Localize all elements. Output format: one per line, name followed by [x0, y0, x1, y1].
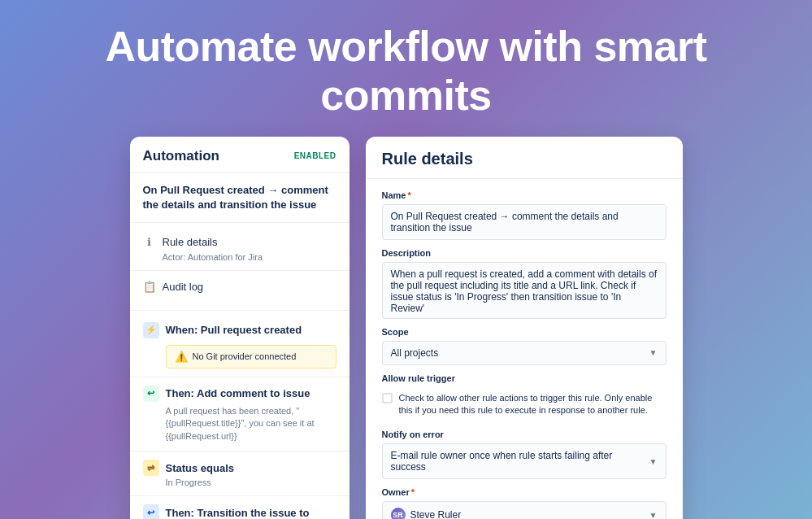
allow-trigger-checkbox[interactable] [382, 393, 393, 403]
warning-icon: ⚠️ [175, 351, 188, 363]
description-field-row: Description When a pull request is creat… [382, 248, 667, 319]
owner-row-field: Owner* SR Steve Ruler ▼ The owner will r… [382, 487, 667, 519]
checkbox-text: Check to allow other rule actions to tri… [399, 392, 667, 417]
notify-on-error-label: Notify on error [382, 430, 667, 439]
scope-label: Scope [382, 327, 667, 337]
clipboard-icon: 📋 [143, 281, 156, 294]
menu-item-audit-log[interactable]: 📋 Audit log [130, 274, 350, 300]
then-icon: ↩ [143, 504, 159, 519]
rule-details-title: Rule details [382, 150, 473, 168]
menu-item-sub: Actor: Automation for Jira [130, 252, 350, 267]
panel-title: Automation [143, 148, 219, 164]
rule-details-header: Rule details [366, 137, 683, 179]
notify-select[interactable]: E-mail rule owner once when rule starts … [382, 443, 667, 479]
condition-section: ⇌ Status equals In Progress [130, 451, 350, 495]
form-section: Name* On Pull Request created → comment … [366, 179, 683, 519]
enabled-badge: ENABLED [294, 151, 337, 160]
description-label: Description [382, 248, 667, 258]
hero-title: Automate workflow with smart commits [0, 0, 812, 137]
scope-field-row: Scope All projects ▼ [382, 327, 667, 365]
action-section: ↩ Then: Add comment to issue A pull requ… [130, 377, 350, 451]
then-label: ↩ Then: Transition the issue to [143, 504, 337, 519]
avatar: SR [391, 508, 406, 519]
allow-rule-trigger-label: Allow rule trigger [382, 373, 667, 383]
name-input[interactable]: On Pull Request created → comment the de… [382, 204, 667, 240]
panels-container: Automation ENABLED On Pull Request creat… [0, 137, 812, 519]
then-section: ↩ Then: Transition the issue to IN REVIE… [130, 495, 350, 519]
rule-headline: On Pull Request created → comment the de… [130, 173, 350, 223]
condition-sub: In Progress [166, 478, 337, 487]
required-star: * [407, 190, 410, 200]
checkbox-row: Check to allow other rule actions to tri… [382, 387, 667, 422]
chevron-down-icon-2: ▼ [649, 457, 658, 466]
menu-item-label: Rule details [163, 236, 218, 248]
condition-icon: ⇌ [143, 460, 159, 476]
divider [130, 270, 350, 271]
action-icon: ↩ [143, 386, 159, 402]
panel-header: Automation ENABLED [130, 137, 350, 173]
trigger-label: ⚡ When: Pull request created [143, 322, 337, 338]
action-label: ↩ Then: Add comment to issue [143, 386, 337, 402]
owner-select[interactable]: SR Steve Ruler ▼ [382, 501, 667, 519]
notify-on-error-row: Notify on error E-mail rule owner once w… [382, 430, 667, 479]
name-field-row: Name* On Pull Request created → comment … [382, 190, 667, 240]
warning-box: ⚠️ No Git provider connected [166, 345, 337, 369]
trigger-icon: ⚡ [143, 322, 159, 338]
left-panel: Automation ENABLED On Pull Request creat… [130, 137, 350, 519]
allow-rule-trigger-row: Allow rule trigger Check to allow other … [382, 373, 667, 422]
chevron-down-icon: ▼ [649, 348, 658, 357]
divider-2 [130, 310, 350, 311]
menu-item-label-audit: Audit log [163, 281, 204, 293]
trigger-section: ⚡ When: Pull request created ⚠️ No Git p… [130, 314, 350, 377]
scope-select[interactable]: All projects ▼ [382, 341, 667, 365]
owner-row: SR Steve Ruler [391, 508, 462, 519]
right-panel: Rule details Name* On Pull Request creat… [366, 137, 683, 519]
owner-label: Owner* [382, 487, 667, 497]
menu-section: ℹ Rule details Actor: Automation for Jir… [130, 223, 350, 307]
condition-label: ⇌ Status equals [143, 460, 337, 476]
required-star-2: * [411, 487, 415, 497]
chevron-down-icon-3: ▼ [649, 511, 658, 519]
action-desc: A pull request has been created, "{{pull… [166, 405, 337, 443]
name-label: Name* [382, 190, 667, 200]
description-textarea[interactable]: When a pull request is created, add a co… [382, 262, 667, 319]
info-icon: ℹ [143, 236, 156, 249]
